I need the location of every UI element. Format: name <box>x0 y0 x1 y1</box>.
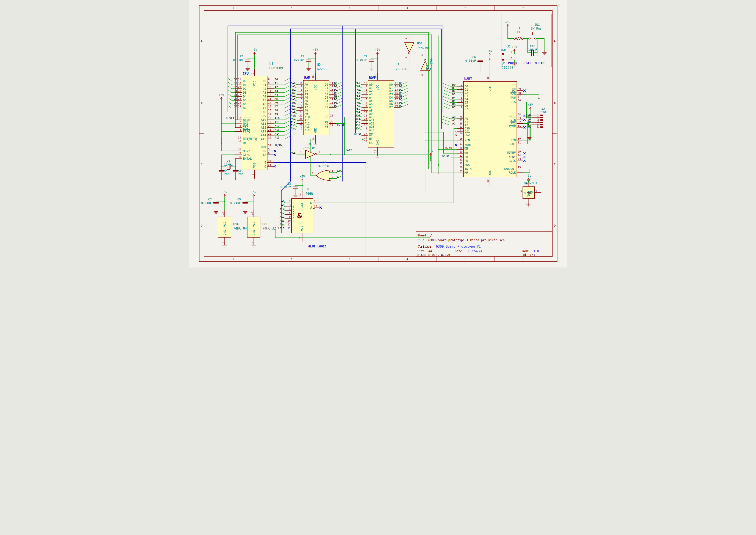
connector-pad[interactable] <box>540 124 543 125</box>
connector-pad[interactable] <box>502 59 504 61</box>
pin-number: 26 <box>364 124 367 127</box>
pin-name: D3 <box>243 91 246 94</box>
pin-number: 26 <box>299 124 302 127</box>
pin-number: 19 <box>330 104 333 107</box>
net-label: R/!W <box>442 154 448 157</box>
pin-number: 19 <box>268 121 271 124</box>
net-label: A2 <box>357 88 360 91</box>
net-label: A2 <box>274 85 278 89</box>
connector-pad[interactable] <box>540 122 543 123</box>
pin-name: D3 <box>389 93 393 96</box>
frame-row-label: C <box>201 162 202 166</box>
pin-name: XIN <box>464 138 470 142</box>
pin-number: 15 <box>330 92 333 95</box>
pin-name: A11 <box>304 119 310 122</box>
pin-name: D5 <box>243 99 246 102</box>
net-label: A12 <box>290 120 295 124</box>
net-label: D6 <box>334 101 338 104</box>
pin-name: IRQ <box>243 126 248 129</box>
u4-uart-body[interactable] <box>463 82 517 177</box>
u3-rom: U328C25628VCC14GND10A09A18A27A36A45A54A6… <box>362 63 407 154</box>
pin-name: WR <box>464 148 468 151</box>
pin-number: 30 <box>459 166 462 169</box>
component-label: C10 <box>530 44 535 48</box>
net-label: D3 <box>233 89 237 93</box>
pin-number: 15 <box>518 166 521 169</box>
pin-name: RCLK <box>508 171 516 174</box>
pin-number: 1 <box>251 174 254 175</box>
pin-number: 29 <box>238 86 241 89</box>
pin-number: 14 <box>312 137 315 140</box>
schematic-canvas[interactable]: 112233445566AABBCCDDU1HD63C097VCC1VSS31D… <box>189 0 567 268</box>
pin-number: 4 <box>239 128 241 131</box>
net-label: A10 <box>355 114 360 117</box>
pin-number: 4 <box>365 101 367 104</box>
pin-name: C <box>292 209 294 212</box>
component-label: X1 <box>227 160 230 163</box>
pin-name: DMA/BREQ <box>243 137 257 141</box>
pin-name: D1 <box>243 83 246 87</box>
pin-number: 31 <box>238 78 241 81</box>
pin-name: A6 <box>262 102 266 106</box>
ref-designator: U8E <box>262 222 268 226</box>
net-label: A15 <box>290 151 295 154</box>
pin-number: 23 <box>268 136 271 139</box>
u5g-pwr: U5G74HCT0414VCC7GND <box>218 210 247 244</box>
u8a-or-gate[interactable] <box>316 170 330 181</box>
net-label: A12 <box>274 124 279 127</box>
pin-number: 29 <box>518 150 521 153</box>
net-label: D5 <box>452 99 455 102</box>
pin-number: 27 <box>364 132 367 135</box>
connector-pad[interactable] <box>540 117 543 118</box>
connector-pad[interactable] <box>502 53 504 55</box>
pin-name: D0 <box>464 85 468 88</box>
net-label: A10 <box>274 117 279 120</box>
pin-number: 1 <box>461 83 462 86</box>
pin-number: 18 <box>268 117 271 120</box>
pin-number: 24 <box>238 105 241 108</box>
pin-name: D4 <box>243 95 246 98</box>
net-label: !A15 <box>345 149 352 152</box>
pin-number: 2 <box>289 200 290 203</box>
net-label: D1 <box>334 85 338 88</box>
section-label: GLUE LOGIC <box>308 245 326 248</box>
component-label: C9 <box>237 198 241 201</box>
open-pin-end <box>455 134 457 135</box>
pin-number: 28 <box>238 90 241 93</box>
net-label: A14 <box>274 132 280 135</box>
connector-pad[interactable] <box>540 127 543 128</box>
pin-name: D4 <box>389 96 393 99</box>
connector-pad[interactable] <box>540 119 543 121</box>
net-label: A4 <box>357 95 360 98</box>
net-label: R/!W <box>275 144 282 147</box>
pin-number: 4 <box>525 203 528 204</box>
connector-pad[interactable] <box>540 115 543 116</box>
power-net-label: +5V <box>487 49 492 52</box>
component-label: R1 <box>517 26 520 30</box>
pin-name: GND <box>223 230 226 235</box>
pin-name: A9 <box>369 112 372 115</box>
pin-name: RESET <box>243 118 252 122</box>
pin-name: CS0 <box>464 127 470 130</box>
pin-number: 3 <box>365 104 367 107</box>
component-label: J1 <box>507 45 510 48</box>
pin-name: VCC <box>375 85 379 90</box>
pin-number: 16 <box>268 109 271 112</box>
u5a-inverter[interactable] <box>405 43 414 52</box>
pin-number: 14 <box>459 132 462 135</box>
tool-field: KiCad E.D.A. 8.0.6 <box>417 253 450 257</box>
pin-number: 26 <box>459 122 462 125</box>
pin-number: 10 <box>268 86 271 89</box>
net-label: D7 <box>334 104 338 107</box>
pin-number: 24 <box>518 154 521 157</box>
net-label: A4 <box>292 95 296 98</box>
pin-name: D5 <box>389 99 393 102</box>
net-label: D3 <box>399 91 402 95</box>
pin-number: 25 <box>364 108 367 111</box>
component-label: 20pF <box>224 172 231 176</box>
pin-name: EXTAL <box>243 157 252 160</box>
net-label: D6 <box>452 102 455 106</box>
switch-contact <box>534 38 536 39</box>
net-label: D2 <box>334 88 338 91</box>
net-label: A5 <box>292 98 296 101</box>
